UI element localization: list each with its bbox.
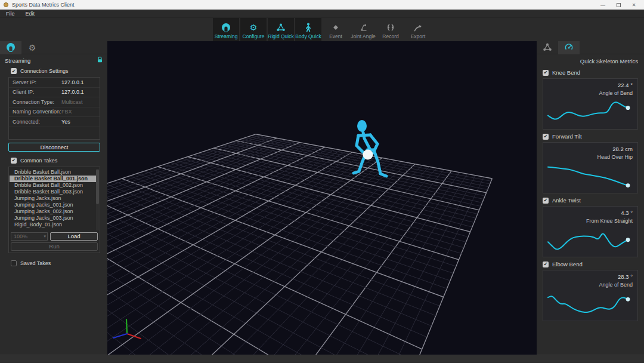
field-value[interactable]: 127.0.0.1 xyxy=(61,89,84,95)
toolbar-button-label: Configure xyxy=(243,33,265,39)
field-value[interactable]: FBX xyxy=(61,109,72,115)
streaming-icon xyxy=(221,21,231,33)
sparkline xyxy=(543,96,633,129)
metric-checkbox[interactable]: ✔ xyxy=(543,198,549,204)
metric-header[interactable]: ✔Elbow Bend xyxy=(537,260,644,269)
disconnect-button[interactable]: Disconnect xyxy=(8,143,100,152)
metric-checkbox[interactable]: ✔ xyxy=(543,70,549,76)
playback-speed-value: 100% xyxy=(14,233,27,239)
toolbar-button-label: Event xyxy=(329,33,342,39)
joint-angle-toolbar-button[interactable]: Joint Angle xyxy=(350,18,376,41)
metric-checkbox[interactable]: ✔ xyxy=(543,262,549,267)
left-tab-gear[interactable]: ⚙ xyxy=(21,41,43,54)
field-value[interactable]: 127.0.0.1 xyxy=(61,79,84,85)
gear-toolbar-button[interactable]: ⚙Configure xyxy=(240,18,267,41)
take-file-item[interactable]: Dribble Basket Ball.json xyxy=(10,169,99,176)
axis-y xyxy=(126,319,127,334)
field-label: Client IP: xyxy=(9,89,61,95)
take-file-item[interactable]: Dribble Basket Ball_002.json xyxy=(10,182,99,189)
right-tab-gauge[interactable] xyxy=(558,41,580,54)
maximize-button[interactable] xyxy=(611,0,626,10)
take-file-item[interactable]: Rigid_Body_01.json xyxy=(10,222,99,228)
toolbar-button-label: Rigid Quick xyxy=(268,33,293,39)
metrics-container: ✔Knee Bend22.4 °Angle of Bend✔Forward Ti… xyxy=(537,68,644,321)
chevron-down-icon: ▾ xyxy=(44,234,46,239)
metric-label: Knee Bend xyxy=(552,69,580,76)
connection-field-row: Connected:Yes xyxy=(9,117,100,127)
field-label: Server IP: xyxy=(9,79,61,85)
connection-field-row: Server IP:127.0.0.1 xyxy=(9,78,100,88)
metric-chart: 28.2 cmHead Over Hip xyxy=(543,142,638,193)
rigid-body-toolbar-button[interactable]: Rigid Quick xyxy=(268,18,294,41)
metric-header[interactable]: ✔Forward Tilt xyxy=(537,132,644,141)
export-icon xyxy=(413,21,423,33)
sparkline xyxy=(543,287,633,321)
rigid-body-icon xyxy=(543,42,552,53)
menu-bar: File Edit xyxy=(0,10,644,18)
metric-checkbox[interactable]: ✔ xyxy=(543,134,549,140)
streaming-icon xyxy=(6,42,16,53)
saved-takes-checkbox[interactable]: ✔ xyxy=(11,260,17,266)
metric-header[interactable]: ✔Ankle Twist xyxy=(537,196,644,205)
gauge-icon xyxy=(564,42,574,53)
body-toolbar-button[interactable]: Body Quick xyxy=(295,18,321,41)
metric-block: ✔Knee Bend22.4 °Angle of Bend xyxy=(537,68,644,130)
close-button[interactable]: ✕ xyxy=(626,0,642,10)
menu-edit[interactable]: Edit xyxy=(24,11,36,17)
common-takes-checkbox[interactable]: ✔ xyxy=(11,158,17,164)
field-value[interactable]: Multicast xyxy=(61,99,83,105)
load-button[interactable]: Load xyxy=(50,232,98,241)
toolbar-button-label: Streaming xyxy=(215,33,238,39)
left-panel: ⚙ Streaming ✔ Connection Settings Server… xyxy=(0,41,107,355)
metric-block: ✔Forward Tilt28.2 cmHead Over Hip xyxy=(537,132,644,193)
common-takes-toggle[interactable]: ✔ Common Takes xyxy=(0,156,107,165)
field-label: Connected: xyxy=(9,119,61,125)
metric-chart: 22.4 °Angle of Bend xyxy=(543,78,638,130)
take-file-item[interactable]: Jumping Jacks_002.json xyxy=(10,208,99,215)
take-file-item[interactable]: Jumping Jacks.json xyxy=(10,195,99,202)
record-toolbar-button[interactable]: Record xyxy=(377,18,404,41)
joint-angle-icon xyxy=(358,21,368,33)
common-takes-group: Dribble Basket Ball.jsonDribble Basket B… xyxy=(8,167,100,253)
title-bar: Sports Data Metrics Client — ✕ xyxy=(0,0,644,10)
run-button[interactable]: Run xyxy=(11,242,98,251)
connection-field-row: Connection Type:Multicast xyxy=(9,97,100,107)
common-takes-label: Common Takes xyxy=(20,158,57,164)
main-toolbar: Streaming⚙ConfigureRigid QuickBody Quick… xyxy=(0,18,644,41)
takes-file-list[interactable]: Dribble Basket Ball.jsonDribble Basket B… xyxy=(10,169,99,230)
body-icon xyxy=(304,21,313,33)
axis-gizmo xyxy=(107,41,537,355)
lock-icon[interactable] xyxy=(97,57,103,64)
metrics-panel-title: Quick Skeleton Metrics xyxy=(537,54,644,66)
right-tab-rigid-body[interactable] xyxy=(537,41,558,54)
minimize-button[interactable]: — xyxy=(595,0,611,10)
export-toolbar-button[interactable]: Export xyxy=(405,18,431,41)
take-file-item[interactable]: Dribble Basket Ball_003.json xyxy=(10,189,99,195)
menu-file[interactable]: File xyxy=(5,11,16,17)
scrollbar-thumb[interactable] xyxy=(96,170,99,204)
streaming-toolbar-button[interactable]: Streaming xyxy=(213,18,239,41)
playback-speed-select[interactable]: 100% ▾ xyxy=(11,232,48,241)
3d-viewport[interactable] xyxy=(107,41,537,355)
connection-settings-toggle[interactable]: ✔ Connection Settings xyxy=(0,66,107,76)
take-file-item[interactable]: Jumping Jacks_001.json xyxy=(10,202,99,208)
take-file-item[interactable]: Jumping Jacks_003.json xyxy=(10,215,99,222)
connection-settings-checkbox[interactable]: ✔ xyxy=(11,68,17,74)
connection-settings-group: Server IP:127.0.0.1Client IP:127.0.0.1Co… xyxy=(8,77,100,140)
event-toolbar-button[interactable]: Event xyxy=(323,18,349,41)
metric-value: 4.3 ° xyxy=(621,210,633,216)
rigid-body-icon xyxy=(276,21,286,33)
metric-block: ✔Elbow Bend28.3 °Angle of Bend xyxy=(537,260,644,321)
metric-label: Ankle Twist xyxy=(552,197,581,204)
metric-header[interactable]: ✔Knee Bend xyxy=(537,68,644,77)
app-icon xyxy=(4,2,8,7)
axis-z xyxy=(113,334,127,338)
event-icon xyxy=(331,21,340,33)
connection-settings-label: Connection Settings xyxy=(20,68,69,74)
metric-chart: 4.3 °From Knee Straight xyxy=(543,206,638,257)
left-tab-streaming[interactable] xyxy=(0,41,21,54)
field-value[interactable]: Yes xyxy=(61,119,70,125)
take-file-item[interactable]: Dribble Basket Ball_001.json xyxy=(10,176,99,182)
saved-takes-toggle[interactable]: ✔ Saved Takes xyxy=(0,259,107,268)
list-scrollbar[interactable] xyxy=(96,169,99,230)
